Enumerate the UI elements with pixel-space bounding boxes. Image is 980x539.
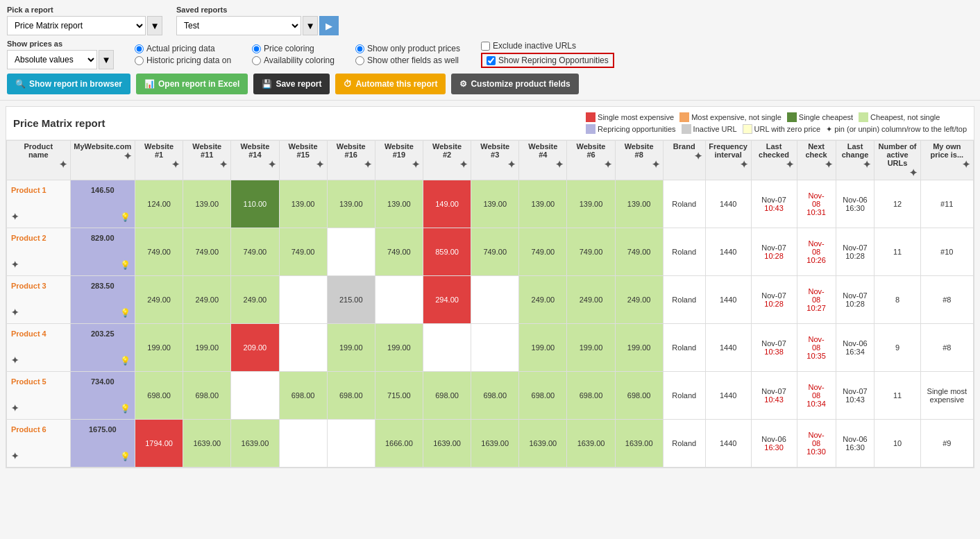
cell-w19 bbox=[375, 276, 423, 324]
price-matrix-table: Productname✦ MyWebsite.com✦ Website#1✦ W… bbox=[6, 140, 974, 468]
open-excel-button[interactable]: 📊 Open report in Excel bbox=[136, 74, 248, 94]
pin-product-row[interactable]: ✦ bbox=[11, 307, 66, 318]
pin-w15-col[interactable]: ✦ bbox=[316, 159, 324, 170]
pin-product-row[interactable]: ✦ bbox=[11, 355, 66, 366]
cell-w19: 199.00 bbox=[375, 324, 423, 372]
active-urls-cell: 9 bbox=[875, 324, 920, 372]
table-row: Product 5 ✦ 734.00 💡 698.00698.00698.006… bbox=[7, 372, 974, 420]
table-row: Product 6 ✦ 1675.00 💡 1794.001639.001639… bbox=[7, 420, 974, 468]
show-other-fields-option[interactable]: Show other fields as well bbox=[355, 55, 460, 65]
cell-w19: 139.00 bbox=[375, 180, 423, 228]
cell-w3: 1639.00 bbox=[471, 420, 519, 468]
pin-activeurls-col[interactable]: ✦ bbox=[909, 167, 918, 178]
bulb-icon[interactable]: 💡 bbox=[120, 260, 130, 270]
bulb-icon[interactable]: 💡 bbox=[120, 212, 130, 222]
last-change-cell: Nov-0710:28 bbox=[836, 228, 875, 276]
pin-lastchange-col[interactable]: ✦ bbox=[863, 159, 871, 170]
brand-cell: Roland bbox=[663, 372, 705, 420]
cell-w16: 698.00 bbox=[327, 372, 375, 420]
pin-w4-col[interactable]: ✦ bbox=[555, 159, 564, 170]
cell-w1: 1794.00 bbox=[135, 420, 183, 468]
mywebsite-cell: 146.50 💡 bbox=[70, 180, 135, 228]
cell-w4: 249.00 bbox=[519, 276, 567, 324]
price-coloring-option[interactable]: Price coloring bbox=[252, 44, 335, 53]
actual-pricing-option[interactable]: Actual pricing data bbox=[135, 44, 231, 53]
cell-w3: 749.00 bbox=[471, 228, 519, 276]
cell-w6: 698.00 bbox=[567, 372, 615, 420]
show-repricing-option[interactable]: Show Repricing Opportunities bbox=[487, 55, 609, 65]
pin-w2-col[interactable]: ✦ bbox=[459, 159, 468, 170]
cell-w15: 749.00 bbox=[279, 228, 327, 276]
saved-reports-dropdown-btn[interactable]: ▼ bbox=[303, 16, 318, 35]
cell-w16 bbox=[327, 228, 375, 276]
show-prices-select[interactable]: Absolute values bbox=[7, 50, 97, 69]
pin-w16-col[interactable]: ✦ bbox=[364, 159, 372, 170]
col-w19: Website#19✦ bbox=[375, 141, 423, 180]
pin-w14-col[interactable]: ✦ bbox=[268, 159, 276, 170]
pin-mywebsite-col[interactable]: ✦ bbox=[124, 151, 132, 162]
cell-w8: 698.00 bbox=[615, 372, 663, 420]
report-title: Price Matrix report bbox=[13, 117, 105, 129]
pin-freq-col[interactable]: ✦ bbox=[740, 159, 748, 170]
cell-w6: 1639.00 bbox=[567, 420, 615, 468]
pin-product-col[interactable]: ✦ bbox=[59, 159, 67, 170]
cell-w8: 139.00 bbox=[615, 180, 663, 228]
next-check-cell: Nov-0810:31 bbox=[797, 180, 836, 228]
freq-cell: 1440 bbox=[705, 420, 751, 468]
saved-reports-play-btn[interactable]: ▶ bbox=[319, 16, 339, 35]
pin-myprice-col[interactable]: ✦ bbox=[962, 159, 970, 170]
pricing-options: Actual pricing data Historic pricing dat… bbox=[135, 44, 231, 65]
product-name-text: Product 3 bbox=[11, 282, 66, 290]
bulb-icon[interactable]: 💡 bbox=[120, 404, 130, 413]
active-urls-cell: 8 bbox=[875, 276, 920, 324]
cell-w4: 199.00 bbox=[519, 324, 567, 372]
pick-report-select[interactable]: Price Matrix report bbox=[7, 16, 146, 35]
brand-cell: Roland bbox=[663, 180, 705, 228]
bulb-icon[interactable]: 💡 bbox=[120, 308, 130, 318]
historic-pricing-option[interactable]: Historic pricing data on bbox=[135, 55, 231, 65]
pin-w8-col[interactable]: ✦ bbox=[652, 159, 660, 170]
cell-w6: 199.00 bbox=[567, 324, 615, 372]
table-row: Product 2 ✦ 829.00 💡 749.00749.00749.007… bbox=[7, 228, 974, 276]
cell-w4: 1639.00 bbox=[519, 420, 567, 468]
col-w4: Website#4✦ bbox=[519, 141, 567, 180]
saved-reports-select[interactable]: Test bbox=[176, 16, 301, 35]
pin-w11-col[interactable]: ✦ bbox=[219, 159, 228, 170]
pin-w6-col[interactable]: ✦ bbox=[604, 159, 612, 170]
col-w3: Website#3✦ bbox=[471, 141, 519, 180]
save-report-button[interactable]: 💾 Save report bbox=[253, 74, 330, 94]
pin-product-row[interactable]: ✦ bbox=[11, 403, 66, 413]
automate-report-button[interactable]: ⏱ Automate this report bbox=[335, 74, 446, 94]
brand-cell: Roland bbox=[663, 228, 705, 276]
pin-product-row[interactable]: ✦ bbox=[11, 451, 66, 461]
pin-product-row[interactable]: ✦ bbox=[11, 259, 66, 270]
pin-lastchecked-col[interactable]: ✦ bbox=[786, 159, 794, 170]
pin-w1-col[interactable]: ✦ bbox=[171, 159, 180, 170]
cell-w15 bbox=[279, 420, 327, 468]
last-checked-cell: Nov-0616:30 bbox=[751, 420, 797, 468]
table-row: Product 3 ✦ 283.50 💡 249.00249.00249.002… bbox=[7, 276, 974, 324]
pin-w3-col[interactable]: ✦ bbox=[507, 159, 516, 170]
bulb-icon[interactable]: 💡 bbox=[120, 452, 130, 461]
show-prices-dropdown-btn[interactable]: ▼ bbox=[99, 50, 114, 69]
customize-fields-button[interactable]: ⚙ Customize product fields bbox=[451, 74, 578, 94]
exclude-inactive-option[interactable]: Exclude inactive URLs bbox=[481, 41, 614, 51]
cell-w1: 249.00 bbox=[135, 276, 183, 324]
cell-w11: 139.00 bbox=[183, 180, 231, 228]
pin-product-row[interactable]: ✦ bbox=[11, 212, 66, 222]
product-name-text: Product 2 bbox=[11, 234, 66, 242]
show-browser-button[interactable]: 🔍 Show report in browser bbox=[7, 74, 130, 94]
cell-w15: 698.00 bbox=[279, 372, 327, 420]
cell-w2: 698.00 bbox=[423, 372, 471, 420]
avail-coloring-option[interactable]: Availability coloring bbox=[252, 55, 335, 65]
freq-cell: 1440 bbox=[705, 324, 751, 372]
freq-cell: 1440 bbox=[705, 180, 751, 228]
bulb-icon[interactable]: 💡 bbox=[120, 356, 130, 366]
my-price-cell: #9 bbox=[920, 420, 973, 468]
pin-nextcheck-col[interactable]: ✦ bbox=[825, 159, 833, 170]
pick-report-dropdown-btn[interactable]: ▼ bbox=[147, 16, 162, 35]
col-w1: Website#1✦ bbox=[135, 141, 183, 180]
pin-brand-col[interactable]: ✦ bbox=[694, 151, 702, 162]
pin-w19-col[interactable]: ✦ bbox=[412, 159, 420, 170]
show-only-product-option[interactable]: Show only product prices bbox=[355, 44, 460, 53]
